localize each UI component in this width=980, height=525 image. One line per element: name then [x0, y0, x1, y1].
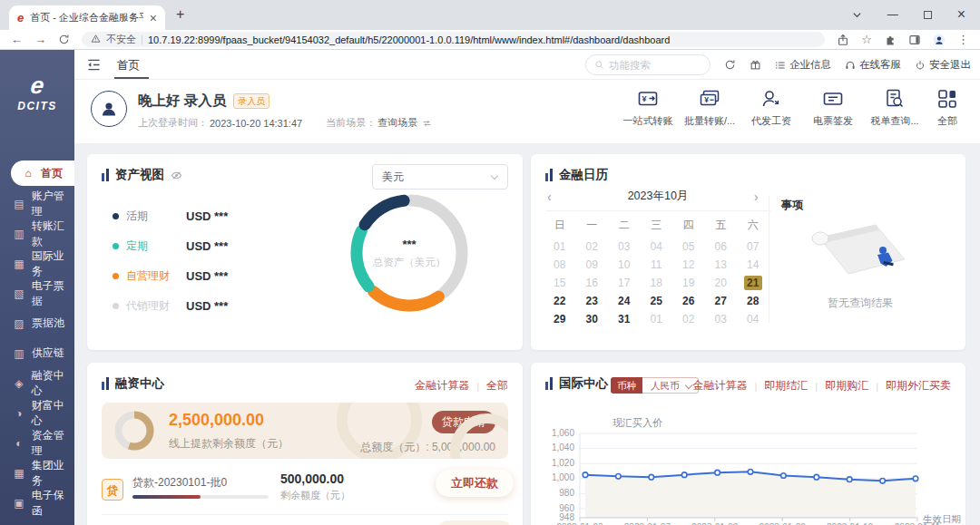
quick-action-payroll[interactable]: 代发工资	[740, 88, 802, 128]
calendar-day[interactable]: 09	[576, 256, 609, 274]
financing-link-all[interactable]: 全部	[486, 378, 508, 394]
sidebar-item-transfer[interactable]: ▥转账汇款	[0, 219, 74, 248]
calendar-day[interactable]: 17	[608, 274, 641, 292]
calendar-day[interactable]: 20	[705, 274, 738, 292]
extensions-puzzle-icon[interactable]	[884, 34, 897, 46]
currency-type-select[interactable]: 币种 人民币	[611, 377, 699, 394]
calendar-day[interactable]: 16	[576, 274, 609, 292]
address-bar[interactable]: 不安全 10.7.19.22:8999/fpaas_bucket/9415403…	[82, 32, 825, 47]
reload-icon[interactable]	[58, 34, 70, 45]
refresh-icon[interactable]	[724, 59, 736, 71]
calendar-day[interactable]: 01	[544, 238, 576, 256]
quick-action-all-apps[interactable]: 全部	[926, 88, 969, 128]
sidebar-item-financing[interactable]: ◈融资中心	[0, 368, 74, 398]
repay-now-button-partial[interactable]: 立即还款	[436, 520, 514, 525]
browser-tab[interactable]: e 首页 - 企业综合金融服务平台 ×	[9, 5, 165, 30]
calendar-day[interactable]: 02	[576, 238, 609, 256]
international-icon: ▦	[13, 258, 25, 269]
forward-icon[interactable]: →	[34, 34, 46, 45]
calendar-day[interactable]: 05	[672, 238, 705, 256]
intl-link-spot-settlement[interactable]: 即期结汇	[764, 378, 808, 394]
topbar-action-online-service[interactable]: 在线客服	[845, 58, 901, 72]
intl-link-spot-fx-trade[interactable]: 即期外汇买卖	[886, 378, 951, 394]
calendar-day[interactable]: 07	[737, 238, 769, 256]
sidebar-item-international[interactable]: ▦国际业务	[0, 248, 74, 278]
financing-links: 金融计算器|全部	[415, 378, 508, 394]
close-window-icon[interactable]: ×	[957, 7, 965, 22]
bookmark-star-icon[interactable]: ☆	[861, 34, 872, 45]
tab-close-icon[interactable]: ×	[150, 12, 157, 24]
calendar-day[interactable]: 30	[576, 310, 609, 328]
sidebar-item-account-mgmt[interactable]: ▤账户管理	[0, 189, 74, 219]
search-input[interactable]	[609, 60, 701, 71]
sidebar-item-e-guarantee[interactable]: ▣电子保函	[0, 488, 74, 518]
calendar-day[interactable]: 28	[737, 292, 769, 310]
last-login-label: 上次登录时间：	[138, 116, 208, 130]
share-icon[interactable]	[837, 34, 849, 46]
calendar-day[interactable]: 03	[705, 310, 738, 328]
calendar-day[interactable]: 23	[576, 292, 609, 310]
calendar-day[interactable]: 19	[672, 274, 705, 292]
financing-link-finance-calculator[interactable]: 金融计算器	[415, 378, 469, 394]
calendar-day[interactable]: 02	[672, 310, 705, 328]
calendar-day[interactable]: 26	[672, 292, 705, 310]
sidebar-item-group[interactable]: ▦集团业务	[0, 458, 74, 488]
sidebar-item-bill-pool[interactable]: ▨票据池	[0, 308, 74, 338]
legend-value: USD ***	[186, 269, 228, 283]
quick-action-tax-query[interactable]: 税单查询...	[864, 88, 926, 128]
eye-off-icon[interactable]	[171, 170, 182, 181]
sidebar-menu: ⌂首页▤账户管理▥转账汇款▦国际业务▧电子票据▨票据池▥供应链◈融资中心◑财富中…	[0, 159, 74, 518]
quick-action-one-stop-transfer[interactable]: ¥一站式转账	[617, 88, 679, 128]
sidebar-item-supply-chain[interactable]: ▥供应链	[0, 338, 74, 368]
side-panel-icon[interactable]	[908, 34, 921, 46]
sidebar-item-e-bill[interactable]: ▧电子票据	[0, 278, 74, 308]
calendar-day[interactable]: 22	[544, 292, 576, 310]
calendar-day[interactable]: 12	[672, 256, 705, 274]
calendar-day[interactable]: 04	[737, 310, 769, 328]
prev-month-icon[interactable]: ‹	[547, 190, 562, 203]
quick-action-e-bill-issue[interactable]: 电票签发	[802, 88, 864, 128]
next-month-icon[interactable]: ›	[754, 190, 769, 203]
calendar-day[interactable]: 24	[608, 292, 641, 310]
back-icon[interactable]: ←	[11, 34, 23, 45]
currency-select[interactable]: 美元	[372, 164, 508, 190]
calendar-day[interactable]: 04	[641, 238, 673, 256]
open-page-tab[interactable]: 首页	[117, 58, 140, 73]
calendar-day[interactable]: 11	[641, 256, 673, 274]
calendar-day[interactable]: 10	[608, 256, 641, 274]
calendar-day[interactable]: 18	[641, 274, 673, 292]
profile-avatar[interactable]	[933, 34, 946, 46]
calendar-day[interactable]: 14	[737, 256, 769, 274]
calendar-day[interactable]: 31	[608, 310, 641, 328]
new-tab-button[interactable]: +	[176, 6, 184, 23]
tab-search-icon[interactable]	[852, 10, 862, 20]
calendar-day[interactable]: 03	[608, 238, 641, 256]
calendar-day[interactable]: 01	[641, 310, 673, 328]
repay-now-button[interactable]: 立即还款	[436, 470, 514, 497]
calendar-day[interactable]: 27	[705, 292, 738, 310]
restore-icon[interactable]	[924, 11, 932, 19]
intl-link-spot-purchase[interactable]: 即期购汇	[825, 378, 868, 394]
loan-apply-button[interactable]: 贷款申请	[432, 411, 495, 433]
calendar-day[interactable]: 13	[705, 256, 738, 274]
browser-menu-icon[interactable]: ⋮	[957, 34, 969, 45]
currency-tag-label: 币种	[611, 377, 642, 394]
switch-scene-icon[interactable]	[422, 119, 432, 128]
minimize-icon[interactable]: —	[887, 8, 898, 21]
quick-action-batch-transfer[interactable]: ¥批量转账/...	[679, 88, 740, 128]
intl-link-finance-calculator[interactable]: 金融计算器	[692, 378, 747, 394]
calendar-day[interactable]: 15	[544, 274, 576, 292]
sidebar-item-wealth[interactable]: ◑财富中心	[0, 398, 74, 428]
collapse-menu-icon[interactable]	[86, 58, 102, 72]
topbar-action-logout[interactable]: 安全退出	[915, 58, 971, 72]
calendar-day-today[interactable]: 21	[737, 274, 769, 292]
gift-icon[interactable]	[750, 59, 761, 71]
calendar-day[interactable]: 06	[705, 238, 738, 256]
calendar-day[interactable]: 29	[544, 310, 576, 328]
calendar-day[interactable]: 25	[641, 292, 673, 310]
function-search-box[interactable]	[585, 54, 710, 75]
sidebar-item-funds[interactable]: ◐资金管理	[0, 428, 74, 458]
calendar-day[interactable]: 08	[544, 256, 576, 274]
sidebar-item-home[interactable]: ⌂首页	[11, 160, 74, 186]
topbar-action-company-info[interactable]: 企业信息	[775, 58, 831, 72]
